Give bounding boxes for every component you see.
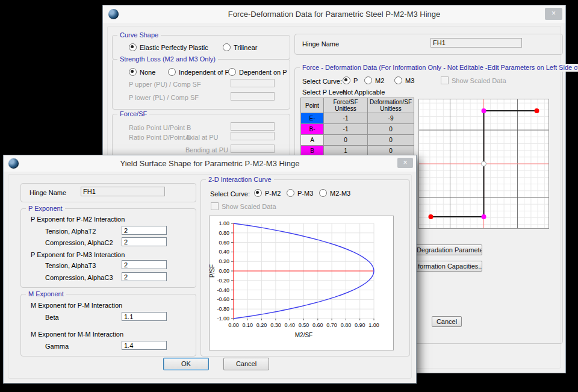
show-scaled-data-checkbox[interactable]: Show Scaled Data	[211, 202, 276, 210]
p-lower-field[interactable]	[231, 92, 275, 101]
point-cell: A	[301, 135, 324, 146]
svg-text:0.50: 0.50	[299, 322, 309, 328]
radio-label: Elastic Perfectly Plastic	[140, 44, 208, 51]
radio-label: Dependent on P	[239, 69, 287, 76]
close-icon[interactable]: ×	[545, 8, 562, 20]
radio-label: None	[140, 69, 155, 76]
svg-text:0.30: 0.30	[270, 322, 281, 328]
svg-text:0.90: 0.90	[355, 322, 365, 328]
group-title: Strength Loss (M2 and M3 Only)	[117, 55, 218, 63]
radio-label: Trilinear	[234, 44, 257, 51]
radio-icon	[129, 43, 137, 51]
radio-icon	[129, 68, 137, 76]
radio-elastic-perfectly-plastic[interactable]: Elastic Perfectly Plastic	[129, 43, 208, 51]
svg-text:P/SF: P/SF	[210, 264, 216, 278]
svg-text:0.10: 0.10	[243, 322, 253, 328]
radio-none[interactable]: None	[129, 68, 155, 76]
alphac2-label: Compression, AlphaC2	[45, 239, 113, 247]
radio-trilinear[interactable]: Trilinear	[223, 43, 257, 51]
beta-label: Beta	[45, 314, 59, 322]
checkbox-label: Show Scaled Data	[222, 203, 276, 210]
bending-at-pu-label: Bending at PU	[185, 146, 228, 154]
radio-icon	[364, 76, 372, 84]
radio-p-m2[interactable]: P-M2	[254, 189, 281, 197]
radio-label: Independent of P	[179, 69, 229, 76]
axial-at-pu-label: Axial at PU	[185, 134, 218, 142]
hinge-name-field[interactable]	[81, 187, 165, 196]
interaction-chart: 0.000.100.200.300.400.500.600.700.800.90…	[209, 216, 394, 350]
radio-m2[interactable]: M2	[364, 76, 384, 84]
svg-text:0.60: 0.60	[219, 240, 229, 246]
title-bar[interactable]: Yield Surface Shape for Parametric P-M2-…	[4, 155, 416, 172]
desktop: { "bg_dialog": { "title": "Force-Deforma…	[0, 0, 578, 392]
group-title: Force/SF	[117, 110, 149, 118]
force-cell: 0	[324, 135, 368, 146]
radio-dependent-on-p[interactable]: Dependent on P	[228, 68, 287, 76]
radio-icon	[223, 43, 231, 51]
radio-p[interactable]: P	[343, 76, 358, 84]
deform-cell: 0	[368, 124, 414, 135]
radio-p-m3[interactable]: P-M3	[287, 189, 313, 197]
show-scaled-data-checkbox[interactable]: Show Scaled Data	[441, 76, 506, 84]
force-deformation-plot	[419, 99, 548, 228]
radio-icon	[319, 189, 327, 197]
select-curve-label: Select Curve:	[210, 190, 250, 198]
alphat3-label: Tension, AlphaT3	[45, 262, 96, 270]
svg-text:M2/SF: M2/SF	[295, 332, 312, 338]
m-exponent-group: M Exponent M Exponent for P-M Interactio…	[20, 294, 196, 356]
deform-cell: 0	[368, 135, 414, 146]
force-cell: -1	[324, 124, 368, 135]
radio-icon	[287, 189, 294, 197]
radio-icon	[228, 68, 236, 76]
dialog-title: Force-Deformation Data for Parametric St…	[103, 10, 565, 19]
gamma-field[interactable]	[122, 341, 167, 350]
svg-text:0.00: 0.00	[219, 268, 229, 274]
svg-text:0.20: 0.20	[256, 322, 267, 328]
svg-text:0.00: 0.00	[228, 322, 239, 328]
checkbox-icon	[441, 76, 449, 84]
svg-text:-0.20: -0.20	[217, 278, 229, 284]
close-icon[interactable]: ×	[397, 158, 413, 168]
svg-text:-0.40: -0.40	[217, 287, 229, 293]
svg-text:1.00: 1.00	[219, 220, 229, 226]
alphat3-field[interactable]	[122, 260, 167, 269]
bending-at-pu-field[interactable]	[231, 145, 275, 153]
group-title: Curve Shape	[117, 31, 161, 39]
radio-icon	[254, 189, 262, 197]
mm-heading: M Exponent for M-M Interaction	[31, 331, 123, 338]
radio-m2-m3[interactable]: M2-M3	[319, 189, 350, 197]
axial-at-pu-field[interactable]	[231, 132, 275, 140]
radio-label: P-M3	[297, 190, 313, 197]
group-title: Force - Deformation Data (For Informatio…	[300, 64, 578, 72]
point-cell: B-	[301, 124, 324, 135]
select-curve-label: Select Curve:	[302, 78, 342, 86]
point-cell: E-	[301, 113, 324, 124]
ratio-d-label: Ratio Point D/Point B	[129, 134, 191, 142]
alphat2-field[interactable]	[122, 226, 167, 235]
radio-icon	[168, 68, 176, 76]
cancel-button[interactable]: Cancel	[223, 358, 269, 370]
alphac3-field[interactable]	[122, 272, 167, 281]
radio-independent-of-p[interactable]: Independent of P	[168, 68, 229, 76]
svg-text:0.40: 0.40	[219, 249, 229, 255]
radio-label: M2-M3	[330, 190, 350, 197]
beta-field[interactable]	[122, 312, 167, 321]
ratio-u-field[interactable]	[231, 122, 275, 131]
table-header-row: Point Force/SF Unitless Deformation/SF U…	[301, 98, 414, 113]
p-upper-field[interactable]	[231, 79, 275, 87]
yield-surface-dialog: Yield Surface Shape for Parametric P-M2-…	[3, 155, 417, 384]
hinge-name-label: Hinge Name	[30, 189, 66, 197]
alphac2-field[interactable]	[122, 237, 167, 246]
hinge-name-field[interactable]	[430, 38, 522, 48]
ok-button[interactable]: OK	[163, 358, 209, 370]
title-bar[interactable]: Force-Deformation Data for Parametric St…	[103, 5, 565, 23]
radio-m3[interactable]: M3	[394, 76, 414, 84]
col-force: Force/SF Unitless	[324, 98, 368, 113]
p-lower-label: P lower (PL) / Comp SF	[129, 94, 199, 102]
p-exponent-group: P Exponent P Exponent for P-M2 Interacti…	[20, 208, 196, 288]
group-title: 2-D Interaction Curve	[206, 176, 274, 184]
svg-text:0.80: 0.80	[219, 230, 229, 236]
col-deformation: Deformation/SF Unitless	[368, 98, 414, 113]
p-upper-label: P upper (PU) / Comp SF	[129, 81, 201, 89]
cancel-button[interactable]: Cancel	[432, 316, 462, 327]
